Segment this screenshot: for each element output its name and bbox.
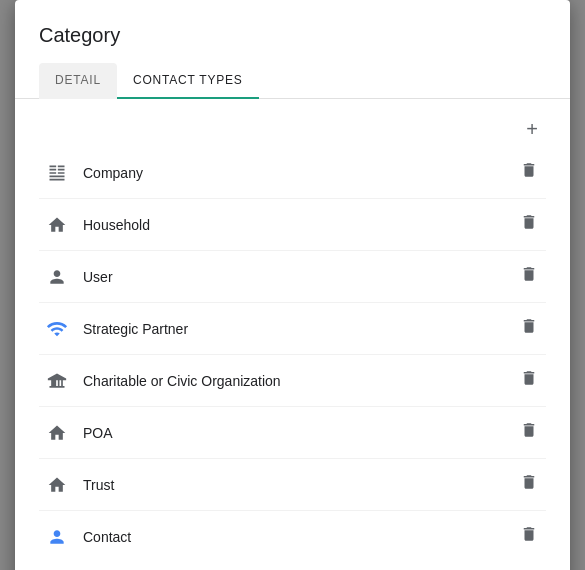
tab-contact-types[interactable]: CONTACT TYPES — [117, 63, 259, 99]
tab-detail[interactable]: DETAIL — [39, 63, 117, 99]
add-button-row: + — [39, 107, 546, 147]
building-icon — [39, 163, 75, 183]
add-contact-type-button[interactable]: + — [518, 115, 546, 143]
delete-button[interactable] — [512, 521, 546, 552]
item-label: Charitable or Civic Organization — [75, 373, 512, 389]
list-item: Company — [39, 147, 546, 199]
delete-button[interactable] — [512, 261, 546, 292]
delete-button[interactable] — [512, 365, 546, 396]
home-icon — [39, 423, 75, 443]
item-label: POA — [75, 425, 512, 441]
list-item: Household — [39, 199, 546, 251]
building-icon — [39, 371, 75, 391]
content-area: + Company — [15, 99, 570, 570]
delete-button[interactable] — [512, 313, 546, 344]
delete-button[interactable] — [512, 209, 546, 240]
item-label: User — [75, 269, 512, 285]
contact-type-list: Company Household — [39, 147, 546, 562]
list-item: Charitable or Civic Organization — [39, 355, 546, 407]
item-label: Company — [75, 165, 512, 181]
home-icon — [39, 475, 75, 495]
item-label: Trust — [75, 477, 512, 493]
delete-button[interactable] — [512, 157, 546, 188]
category-dialog: Category DETAIL CONTACT TYPES + Company — [15, 0, 570, 570]
list-item: User — [39, 251, 546, 303]
delete-button[interactable] — [512, 417, 546, 448]
item-label: Household — [75, 217, 512, 233]
list-item: Contact — [39, 511, 546, 562]
tabs-container: DETAIL CONTACT TYPES — [15, 63, 570, 99]
building-highlighted-icon — [39, 318, 75, 340]
dialog-title: Category — [15, 24, 570, 63]
home-icon — [39, 215, 75, 235]
item-label: Contact — [75, 529, 512, 545]
list-item: Trust — [39, 459, 546, 511]
person-icon — [39, 267, 75, 287]
list-item: POA — [39, 407, 546, 459]
person-highlighted-icon — [39, 527, 75, 547]
delete-button[interactable] — [512, 469, 546, 500]
item-label: Strategic Partner — [75, 321, 512, 337]
list-item: Strategic Partner — [39, 303, 546, 355]
